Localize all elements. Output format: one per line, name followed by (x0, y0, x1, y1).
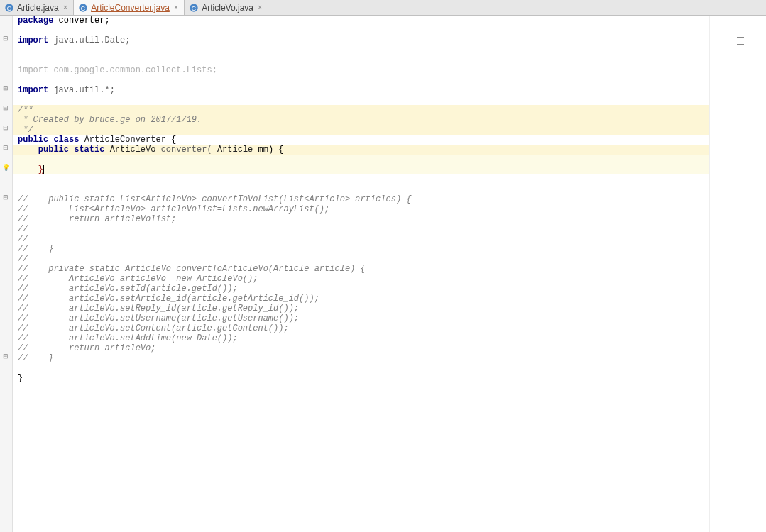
class-icon: C (4, 3, 14, 13)
class-icon: C (78, 3, 88, 13)
fold-icon[interactable]: ⊟ (2, 105, 9, 112)
close-icon[interactable]: × (62, 4, 69, 11)
tab-article[interactable]: C Article.java × (0, 0, 74, 15)
svg-text:C: C (192, 4, 196, 11)
workspace: ⊟ ⊟ ⊟ ⊟ ⊟ 💡 ⊟ ⊟ package converter; impor… (0, 16, 766, 532)
tab-label: ArticleVo.java (202, 3, 253, 13)
fold-icon[interactable]: ⊟ (2, 85, 9, 92)
close-icon[interactable]: × (256, 4, 263, 11)
code-editor[interactable]: package converter; import java.util.Date… (13, 16, 709, 532)
class-icon: C (189, 3, 199, 13)
tab-articlevo[interactable]: C ArticleVo.java × (185, 0, 268, 15)
svg-text:C: C (81, 4, 85, 11)
svg-text:C: C (7, 4, 11, 11)
minimap[interactable] (709, 16, 766, 532)
fold-icon[interactable]: ⊟ (2, 35, 9, 43)
fold-icon[interactable]: ⊟ (2, 145, 9, 152)
tab-label: Article.java (17, 3, 59, 13)
close-icon[interactable]: × (173, 4, 180, 11)
editor-tab-bar: C Article.java × C ArticleConverter.java… (0, 0, 766, 16)
fold-icon[interactable]: ⊟ (2, 353, 9, 360)
fold-icon[interactable]: ⊟ (2, 125, 9, 132)
fold-icon[interactable]: ⊟ (2, 194, 9, 201)
tab-articleconverter[interactable]: C ArticleConverter.java × (74, 0, 185, 15)
gutter: ⊟ ⊟ ⊟ ⊟ ⊟ 💡 ⊟ ⊟ (0, 16, 13, 532)
bulb-icon[interactable]: 💡 (2, 165, 9, 172)
tab-label: ArticleConverter.java (91, 3, 170, 13)
